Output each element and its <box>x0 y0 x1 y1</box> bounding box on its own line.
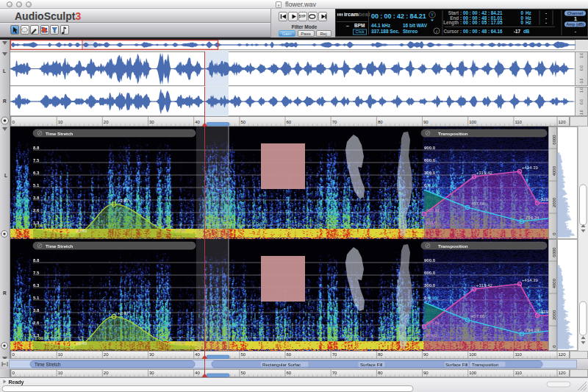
svg-text:60: 60 <box>287 371 292 375</box>
svg-text:50: 50 <box>240 352 245 357</box>
svg-text:0: 0 <box>12 352 15 357</box>
svg-text:80: 80 <box>378 371 383 375</box>
svg-text:20: 20 <box>104 371 109 375</box>
svg-text:Ready: Ready <box>9 379 24 385</box>
svg-text:60: 60 <box>287 352 292 357</box>
svg-text:100: 100 <box>469 371 477 375</box>
svg-text:2000: 2000 <box>552 310 556 320</box>
svg-text:70: 70 <box>332 352 337 357</box>
svg-text:50: 50 <box>240 371 245 375</box>
svg-text:Time Stretch: Time Stretch <box>35 362 61 367</box>
svg-text:40: 40 <box>195 371 200 375</box>
svg-text:Surface Fill: Surface Fill <box>360 362 382 367</box>
svg-text:110: 110 <box>514 371 522 375</box>
svg-text:40: 40 <box>195 352 200 357</box>
svg-text:Surface Fill: Surface Fill <box>445 362 467 367</box>
svg-text:110: 110 <box>514 352 522 357</box>
svg-text:Transposition: Transposition <box>472 362 498 367</box>
svg-text:30: 30 <box>149 371 154 375</box>
svg-text:4000: 4000 <box>552 278 556 288</box>
svg-text:120: 120 <box>559 352 567 357</box>
svg-text:90: 90 <box>423 352 429 357</box>
svg-text:30: 30 <box>149 352 154 357</box>
svg-text:0: 0 <box>552 345 556 348</box>
svg-text:90: 90 <box>423 371 429 375</box>
svg-text:120: 120 <box>559 371 567 375</box>
svg-text:70: 70 <box>332 371 337 375</box>
svg-text:10: 10 <box>58 352 63 357</box>
svg-text:Rectangular Surfac: Rectangular Surfac <box>262 362 301 367</box>
svg-text:0: 0 <box>12 371 15 375</box>
svg-text:6000: 6000 <box>552 247 556 257</box>
svg-text:100: 100 <box>469 352 477 357</box>
svg-text:20: 20 <box>104 352 109 357</box>
svg-text:10: 10 <box>58 371 63 375</box>
svg-text:80: 80 <box>378 352 383 357</box>
